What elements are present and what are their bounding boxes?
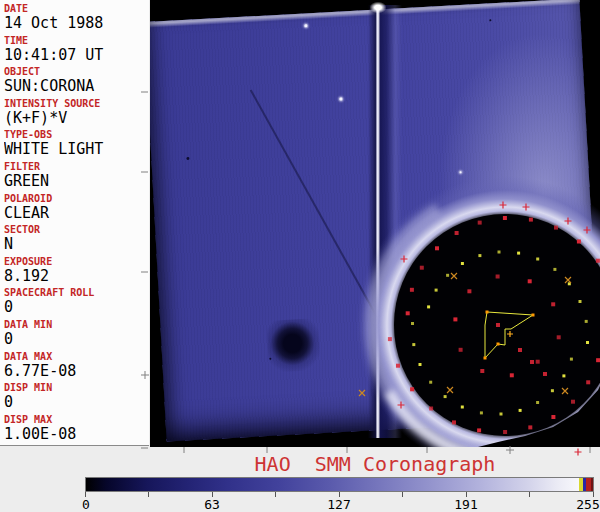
field-value: (K+F)*V	[4, 110, 149, 127]
field-polaroid: POLAROID CLEAR	[4, 192, 149, 224]
field-type-obs: TYPE-OBS WHITE LIGHT	[4, 128, 149, 160]
field-value: 1.00E-08	[4, 426, 149, 443]
field-sector: SECTOR N	[4, 223, 149, 255]
colorbar-tick-label: 191	[446, 497, 486, 512]
occulting-disk	[394, 214, 600, 436]
colorbar-tick-label: 63	[192, 497, 232, 512]
colorbar-tick-label: 127	[319, 497, 359, 512]
field-disp-min: DISP MIN 0	[4, 381, 149, 413]
coronagraph-viewport[interactable]	[150, 0, 600, 447]
field-value: 14 Oct 1988	[4, 15, 149, 32]
field-label: SPACECRAFT ROLL	[4, 286, 149, 299]
dark-blob-artifact	[266, 318, 321, 373]
colorbar-tick	[402, 492, 403, 497]
field-value: 0	[4, 394, 149, 411]
colorbar-tick	[275, 492, 276, 497]
field-disp-max: DISP MAX 1.00E-08	[4, 413, 149, 445]
star-speck	[304, 24, 307, 27]
star-speck	[459, 171, 461, 173]
colorbar-tick-label: 0	[66, 497, 106, 512]
field-value: GREEN	[4, 173, 149, 190]
field-object: OBJECT SUN:CORONA	[4, 65, 149, 97]
colorbar-tick-label: 255	[568, 497, 600, 512]
dust-speck	[489, 19, 491, 21]
field-label: DATA MAX	[4, 350, 149, 363]
field-label: DATA MIN	[4, 318, 149, 331]
field-value: WHITE LIGHT	[4, 141, 149, 158]
field-value: SUN:CORONA	[4, 78, 149, 95]
field-exposure: EXPOSURE 8.192	[4, 255, 149, 287]
dust-speck	[186, 157, 189, 160]
viewer-title: HAO SMM Coronagraph	[150, 452, 600, 476]
field-label: INTENSITY SOURCE	[4, 97, 149, 110]
field-data-max: DATA MAX 6.77E-08	[4, 350, 149, 382]
field-label: DISP MAX	[4, 413, 149, 426]
field-value: 6.77E-08	[4, 363, 149, 380]
colorbar-tick	[148, 492, 149, 497]
dust-speck	[269, 358, 271, 360]
field-value: 0	[4, 299, 149, 316]
field-value: 10:41:07 UT	[4, 47, 149, 64]
field-data-min: DATA MIN 0	[4, 318, 149, 350]
field-label: DISP MIN	[4, 381, 149, 394]
field-intensity-source: INTENSITY SOURCE (K+F)*V	[4, 97, 149, 129]
field-label: EXPOSURE	[4, 255, 149, 268]
star-speck	[339, 97, 342, 100]
pylon-glow	[370, 2, 386, 13]
field-value: 8.192	[4, 268, 149, 285]
field-value: 0	[4, 331, 149, 348]
field-label: POLAROID	[4, 192, 149, 205]
field-spacecraft-roll: SPACECRAFT ROLL 0	[4, 286, 149, 318]
field-label: TIME	[4, 34, 149, 47]
field-time: TIME 10:41:07 UT	[4, 34, 149, 66]
field-date: DATE 14 Oct 1988	[4, 2, 149, 34]
field-label: SECTOR	[4, 223, 149, 236]
field-filter: FILTER GREEN	[4, 160, 149, 192]
field-value: CLEAR	[4, 205, 149, 222]
coronagraph-viewer-window: DATE 14 Oct 1988 TIME 10:41:07 UT OBJECT…	[0, 0, 600, 512]
colorbar-tick	[529, 492, 530, 497]
field-value: N	[4, 236, 149, 253]
metadata-panel: DATE 14 Oct 1988 TIME 10:41:07 UT OBJECT…	[0, 0, 149, 446]
colorbar-gradient	[85, 477, 594, 492]
